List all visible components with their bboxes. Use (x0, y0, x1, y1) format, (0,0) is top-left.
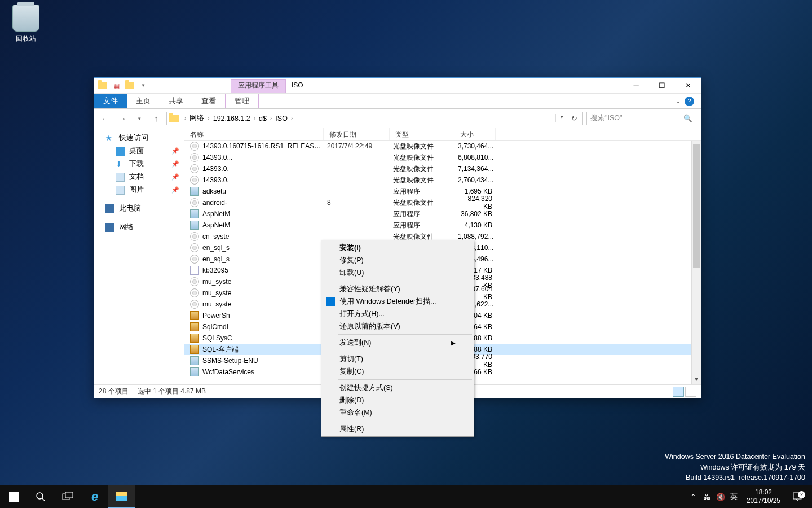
refresh-icon[interactable]: ↻ (568, 114, 580, 122)
chevron-right-icon[interactable]: › (289, 115, 295, 121)
show-desktop-button[interactable] (809, 485, 812, 508)
pictures-icon (116, 186, 125, 195)
menu-separator (338, 334, 472, 335)
volume-tray-icon[interactable]: 🔇 (714, 493, 727, 501)
nav-downloads[interactable]: ⬇下载📌 (94, 157, 184, 170)
crumb-share[interactable]: d$ (258, 115, 268, 122)
new-folder-qat-icon[interactable] (123, 80, 136, 92)
scrollbar[interactable]: ▲ ▼ (691, 141, 701, 384)
network-tray-icon[interactable]: 🖧 (700, 493, 714, 501)
menu-item[interactable]: 发送到(N)▶ (323, 336, 473, 349)
menu-item[interactable]: 删除(D) (323, 394, 473, 406)
recent-dropdown-icon[interactable]: ▾ (133, 112, 146, 125)
taskbar-ie[interactable]: e (81, 485, 108, 508)
chevron-right-icon[interactable]: › (268, 115, 274, 121)
minimize-button[interactable]: ─ (623, 78, 649, 93)
scroll-thumb[interactable] (693, 144, 700, 268)
col-name[interactable]: 名称 (184, 128, 324, 140)
close-button[interactable]: ✕ (675, 78, 701, 93)
properties-qat-icon[interactable]: ▦ (110, 80, 122, 92)
file-date: 2017/7/4 22:49 (327, 142, 393, 150)
file-row[interactable]: 14393.0. 光盘映像文件 2,760,434... (184, 174, 701, 186)
menu-item[interactable]: 打开方式(H)... (323, 308, 473, 320)
file-row[interactable]: 14393.0. 光盘映像文件 7,134,364... (184, 163, 701, 174)
action-center-button[interactable]: 2 (786, 492, 809, 502)
nav-documents[interactable]: 文档📌 (94, 170, 184, 183)
menu-item[interactable]: 剪切(T) (323, 353, 473, 365)
address-bar[interactable]: › 网络 › 192.168.1.2 › d$ › ISO › ▾ ↻ (166, 112, 583, 125)
thumbnails-view-button[interactable] (685, 387, 696, 397)
forward-button[interactable]: → (116, 112, 129, 125)
menu-item[interactable]: 卸载(U) (323, 266, 473, 279)
file-row[interactable]: android- 8 光盘映像文件 824,320 KB (184, 197, 701, 208)
crumb-folder[interactable]: ISO (274, 115, 289, 122)
chevron-right-icon[interactable]: › (182, 115, 188, 121)
menu-item[interactable]: 安装(I) (323, 242, 473, 254)
qat-dropdown-icon[interactable]: ▼ (137, 80, 149, 92)
folder-icon (169, 115, 179, 122)
nav-quick-access[interactable]: ★快速访问 (94, 132, 184, 144)
search-input[interactable]: 搜索"ISO" 🔍 (586, 112, 696, 125)
address-dropdown-icon[interactable]: ▾ (555, 114, 568, 122)
scroll-down-icon[interactable]: ▼ (692, 375, 701, 384)
search-icon (36, 492, 46, 502)
ime-indicator[interactable]: 英 (727, 492, 741, 502)
file-row[interactable]: AspNetM 应用程序 36,802 KB (184, 208, 701, 220)
menu-item[interactable]: 重命名(M) (323, 406, 473, 419)
tab-manage[interactable]: 管理 (225, 94, 259, 108)
tray-chevron-up-icon[interactable]: ⌃ (687, 493, 700, 501)
file-row[interactable]: 14393.0.160715-1616.RS1_RELEASE_C... 201… (184, 141, 701, 152)
details-view-button[interactable] (673, 387, 684, 397)
nav-this-pc[interactable]: 此电脑 (94, 202, 184, 215)
crumb-host[interactable]: 192.168.1.2 (212, 115, 251, 122)
file-row[interactable]: AspNetM 应用程序 4,130 KB (184, 220, 701, 231)
back-button[interactable]: ← (99, 112, 112, 125)
menu-item[interactable]: 兼容性疑难解答(Y) (323, 283, 473, 295)
file-row[interactable]: 14393.0... 光盘映像文件 6,808,810... (184, 152, 701, 163)
tab-share[interactable]: 共享 (160, 94, 192, 108)
tab-file[interactable]: 文件 (94, 94, 127, 108)
svg-rect-3 (14, 497, 19, 502)
file-name: cn_syste (202, 233, 327, 240)
maximize-button[interactable]: ☐ (649, 78, 675, 93)
up-button[interactable]: ↑ (149, 112, 163, 125)
svg-rect-1 (14, 492, 19, 497)
file-name: kb32095 (202, 266, 327, 274)
nav-network[interactable]: 网络 (94, 221, 184, 234)
chevron-right-icon[interactable]: › (251, 115, 258, 121)
menu-item[interactable]: 属性(R) (323, 423, 473, 435)
clock-date: 2017/10/25 (747, 497, 780, 505)
file-date: 8 (327, 199, 393, 207)
menu-item[interactable]: 使用 Windows Defender扫描... (323, 295, 473, 308)
col-date[interactable]: 修改日期 (324, 128, 390, 140)
clock[interactable]: 18:02 2017/10/25 (741, 488, 786, 505)
titlebar[interactable]: ▦ ▼ 应用程序工具 ISO ─ ☐ ✕ (94, 78, 701, 94)
ribbon-expand-icon[interactable]: ⌄ (676, 98, 680, 104)
nav-desktop[interactable]: 桌面📌 (94, 144, 184, 157)
nav-pictures[interactable]: 图片📌 (94, 183, 184, 196)
search-button[interactable] (27, 485, 54, 508)
recycle-bin[interactable]: 回收站 (5, 5, 47, 43)
task-view-button[interactable] (54, 485, 81, 508)
chevron-right-icon[interactable]: › (205, 115, 211, 121)
menu-item[interactable]: 还原以前的版本(V) (323, 320, 473, 332)
taskbar-explorer[interactable] (108, 485, 135, 508)
crumb-network[interactable]: 网络 (188, 113, 205, 123)
quick-access-toolbar: ▦ ▼ (94, 78, 152, 93)
help-icon[interactable]: ? (685, 97, 694, 106)
col-type[interactable]: 类型 (390, 128, 454, 140)
start-button[interactable] (0, 485, 27, 508)
tab-home[interactable]: 主页 (127, 94, 160, 108)
menu-item[interactable]: 创建快捷方式(S) (323, 382, 473, 394)
col-size[interactable]: 大小 (454, 128, 496, 140)
document-icon (116, 173, 125, 182)
context-tab[interactable]: 应用程序工具 (231, 79, 286, 93)
menu-item[interactable]: 复制(C) (323, 365, 473, 378)
folder-icon[interactable] (96, 80, 109, 92)
notification-badge: 2 (798, 491, 805, 498)
menu-item[interactable]: 修复(P) (323, 254, 473, 266)
search-icon[interactable]: 🔍 (683, 114, 692, 122)
iso-icon (190, 153, 199, 162)
tab-view[interactable]: 查看 (192, 94, 225, 108)
file-row[interactable]: adksetu 应用程序 1,695 KB (184, 186, 701, 197)
